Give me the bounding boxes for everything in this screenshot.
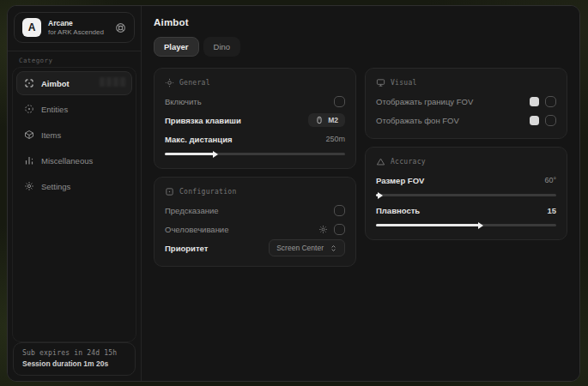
keybind-button[interactable]: M2: [308, 113, 345, 127]
humanization-label: Очеловечивание: [165, 225, 228, 234]
prediction-label: Предсказание: [165, 206, 219, 215]
accuracy-card: Accuracy Размер FOV 60° Плавность 15: [365, 147, 567, 240]
fov-background-controls: [530, 115, 556, 126]
max-distance-slider[interactable]: [165, 153, 345, 155]
fov-border-color-swatch[interactable]: [530, 97, 539, 106]
visual-card: Visual Отображать границу FOV Отображать…: [365, 68, 567, 139]
max-distance-value: 250m: [325, 135, 345, 143]
blurred-watermark: [100, 77, 125, 87]
sidebar-item-label: Entities: [41, 105, 68, 114]
fov-border-label: Отображать границу FOV: [376, 97, 473, 106]
priority-label: Приоритет: [165, 244, 208, 253]
max-distance-label: Макс. дистанция: [165, 135, 233, 144]
sidebar-item-label: Miscellaneous: [41, 156, 93, 166]
session-duration-text: Session duration 1m 20s: [22, 359, 126, 368]
enable-checkbox[interactable]: [334, 96, 345, 107]
configuration-icon: [165, 187, 174, 196]
fov-background-label: Отображать фон FOV: [376, 116, 459, 125]
logo-text: Arcane for ARK Ascended: [48, 19, 104, 36]
slider-fill: [376, 194, 379, 196]
smoothness-value: 15: [547, 206, 556, 215]
fov-background-checkbox[interactable]: [545, 115, 556, 126]
crosshair-icon: [24, 78, 34, 88]
sub-expires-text: Sub expires in 24d 15h: [22, 349, 126, 357]
monitor-icon: [376, 78, 385, 87]
sidebar-item-miscellaneous[interactable]: Miscellaneous: [16, 148, 132, 172]
bars-icon: [24, 155, 34, 166]
fov-size-label: Размер FOV: [376, 176, 424, 185]
settings-grid: General Включить Привязка клавиши M2: [154, 68, 567, 267]
fov-background-color-swatch[interactable]: [530, 116, 539, 125]
fov-border-row: Отображать границу FOV: [376, 92, 556, 111]
sidebar-item-aimbot[interactable]: Aimbot: [16, 71, 132, 95]
fov-size-row: Размер FOV 60°: [376, 171, 556, 190]
enable-label: Включить: [165, 97, 202, 106]
slider-fill: [165, 153, 214, 155]
fov-border-checkbox[interactable]: [545, 96, 556, 107]
smoothness-label: Плавность: [376, 206, 420, 215]
app-name: Arcane: [48, 19, 104, 27]
sidebar-item-entities[interactable]: Entities: [16, 97, 132, 121]
slider-thumb[interactable]: [378, 192, 383, 199]
max-distance-row: Макс. дистанция 250m: [165, 130, 345, 148]
sidebar-item-settings[interactable]: Settings: [16, 174, 132, 198]
category-label: Category: [8, 51, 141, 67]
configuration-card-header: Configuration: [165, 185, 345, 201]
logo-card: A Arcane for ARK Ascended: [14, 12, 135, 43]
configuration-card-title: Configuration: [179, 188, 237, 196]
priority-dropdown[interactable]: Screen Center: [269, 239, 345, 256]
lifebuoy-icon[interactable]: [115, 22, 126, 33]
keybind-value: M2: [328, 116, 338, 124]
accuracy-card-header: Accuracy: [376, 155, 556, 171]
general-card: General Включить Привязка клавиши M2: [154, 68, 356, 169]
keybind-label: Привязка клавиши: [165, 116, 241, 125]
general-card-header: General: [165, 76, 345, 92]
slider-fill: [376, 224, 479, 226]
app-logo: A: [22, 18, 41, 37]
smoothness-slider[interactable]: [376, 224, 556, 226]
fov-background-row: Отображать фон FOV: [376, 111, 556, 130]
left-column: General Включить Привязка клавиши M2: [154, 68, 356, 267]
sidebar-item-label: Settings: [41, 182, 70, 191]
session-info-card: Sub expires in 24d 15h Session duration …: [13, 342, 136, 376]
humanization-row: Очеловечивание: [165, 220, 345, 238]
general-icon: [165, 78, 174, 87]
page-title: Aimbot: [154, 17, 567, 27]
humanization-controls: [318, 224, 345, 235]
sidebar-item-label: Aimbot: [41, 79, 70, 88]
priority-selected-value: Screen Center: [276, 244, 324, 252]
fov-border-controls: [530, 96, 556, 107]
slider-thumb[interactable]: [478, 222, 483, 229]
general-card-title: General: [179, 79, 210, 87]
sidebar: A Arcane for ARK Ascended Category Aimbo…: [8, 6, 142, 381]
gear-icon: [24, 181, 34, 191]
accuracy-card-title: Accuracy: [391, 158, 426, 166]
slider-thumb[interactable]: [213, 151, 218, 158]
enable-row: Включить: [165, 92, 345, 111]
humanization-gear-icon[interactable]: [318, 225, 328, 234]
prediction-row: Предсказание: [165, 201, 345, 220]
box-icon: [24, 130, 34, 140]
priority-row: Приоритет Screen Center: [165, 238, 345, 257]
scan-icon: [24, 104, 34, 114]
tab-player[interactable]: Player: [154, 37, 199, 57]
humanization-checkbox[interactable]: [334, 224, 345, 235]
main-content: Aimbot Player Dino General Включить: [142, 6, 579, 381]
visual-card-header: Visual: [376, 76, 556, 92]
tab-dino[interactable]: Dino: [203, 37, 241, 57]
mouse-icon: [315, 116, 324, 124]
keybind-row: Привязка клавиши M2: [165, 111, 345, 130]
app-window: A Arcane for ARK Ascended Category Aimbo…: [7, 5, 580, 382]
sidebar-item-items[interactable]: Items: [16, 123, 132, 147]
app-subtitle: for ARK Ascended: [48, 28, 104, 36]
fov-size-slider[interactable]: [376, 194, 556, 196]
visual-card-title: Visual: [391, 79, 417, 87]
chevrons-up-down-icon: [330, 244, 337, 252]
nav-panel: Aimbot Entities Items Miscellaneous: [12, 67, 136, 342]
smoothness-row: Плавность 15: [376, 201, 556, 220]
sidebar-item-label: Items: [41, 130, 61, 140]
triangle-icon: [376, 157, 385, 166]
prediction-checkbox[interactable]: [334, 205, 345, 216]
fov-size-value: 60°: [544, 176, 556, 184]
right-column: Visual Отображать границу FOV Отображать…: [365, 68, 567, 240]
